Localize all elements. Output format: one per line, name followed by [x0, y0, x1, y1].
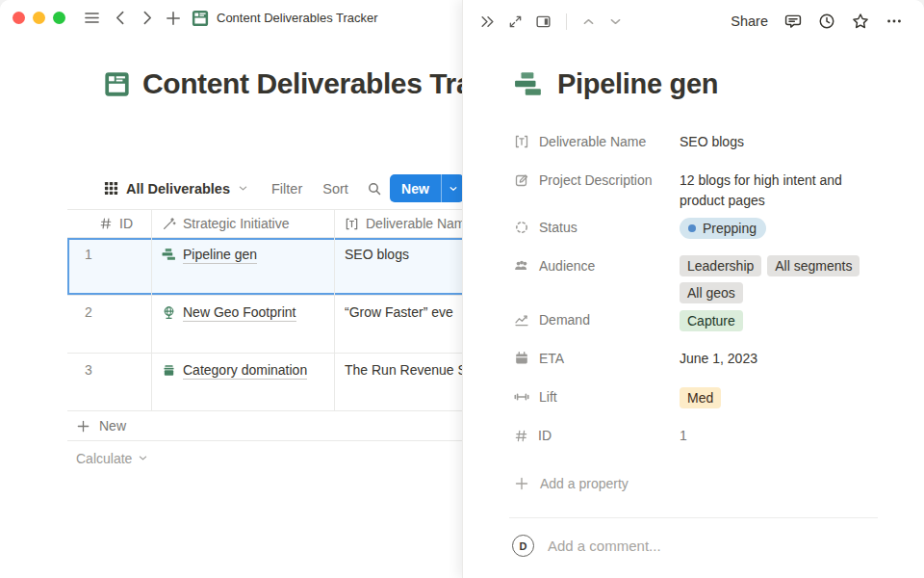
cell-deliverable-name[interactable]: “Grow Faster” eve	[335, 296, 463, 353]
property-name: Status	[539, 220, 578, 235]
page-header: Content Deliverables Tracker	[104, 67, 463, 100]
add-property-button[interactable]: Add a property	[514, 467, 909, 500]
more-options-icon[interactable]	[886, 13, 903, 30]
property-list: Deliverable Name SEO blogs Project Descr…	[514, 131, 909, 500]
add-row-label: New	[99, 418, 126, 434]
tag-pill[interactable]: Leadership	[680, 255, 761, 276]
comment-composer[interactable]: D Add a comment...	[512, 535, 661, 557]
cell-deliverable-name[interactable]: The Run Revenue S	[335, 354, 463, 410]
search-icon[interactable]	[367, 181, 382, 197]
page-peek-panel: Share Pipeline gen	[462, 0, 924, 578]
page-link[interactable]: Category domination	[183, 362, 307, 380]
column-label: Strategic Initiative	[183, 216, 290, 231]
double-chevron-right-icon[interactable]	[479, 13, 496, 30]
tag-pill[interactable]: All segments	[767, 255, 860, 276]
sort-button[interactable]: Sort	[322, 181, 348, 197]
property-name: Audience	[539, 258, 595, 274]
column-header-id[interactable]: ID	[67, 210, 152, 237]
cell-id[interactable]: 3	[67, 354, 152, 410]
property-label[interactable]: Deliverable Name	[514, 131, 680, 152]
table-row[interactable]: 3 Category domination The Run Revenue S	[67, 354, 463, 411]
column-header-deliverable-name[interactable]: Deliverable Name	[335, 210, 463, 237]
side-peek-icon[interactable]	[535, 13, 552, 30]
property-label[interactable]: Demand	[514, 309, 680, 330]
select-pill[interactable]: Capture	[680, 310, 743, 331]
property-value[interactable]: 1	[680, 425, 880, 446]
property-label[interactable]: Status	[514, 217, 680, 238]
database-icon	[192, 10, 209, 27]
chevron-up-icon[interactable]	[581, 14, 596, 29]
property-label[interactable]: Audience	[514, 255, 680, 276]
gantt-chart-icon	[514, 70, 543, 99]
close-window-button[interactable]	[13, 12, 25, 24]
filter-button[interactable]: Filter	[271, 181, 302, 197]
window-title: Content Deliverables Tracker	[217, 11, 378, 25]
star-icon[interactable]	[852, 13, 869, 30]
new-record-button[interactable]: New	[390, 174, 463, 202]
property-value[interactable]: 12 blogs for high intent and product pag…	[680, 170, 880, 211]
calendar-icon	[514, 351, 529, 366]
zoom-window-button[interactable]	[53, 12, 65, 24]
tag-pill[interactable]: All geos	[680, 282, 743, 303]
chart-icon	[514, 312, 529, 328]
table-row[interactable]: 1 Pipeline gen SEO blogs	[67, 238, 463, 296]
cell-id[interactable]: 2	[67, 296, 152, 353]
property-value[interactable]: Capture	[680, 309, 880, 331]
table-row[interactable]: 2 New Geo Footprint “Grow Faster” eve	[67, 296, 463, 354]
view-toolbar: All Deliverables Filter Sort	[104, 174, 414, 202]
sidebar-menu-icon[interactable]	[83, 9, 101, 27]
cell-strategic-initiative[interactable]: New Geo Footprint	[152, 296, 335, 353]
database-icon	[104, 71, 130, 97]
cell-deliverable-name[interactable]: SEO blogs	[335, 238, 463, 295]
comment-divider	[509, 517, 878, 518]
back-icon[interactable]	[113, 10, 129, 26]
page-link[interactable]: Pipeline gen	[183, 247, 257, 264]
property-value[interactable]: Prepping	[680, 217, 880, 239]
property-value[interactable]: June 1, 2023	[680, 348, 880, 369]
page-link[interactable]: New Geo Footprint	[183, 304, 296, 322]
view-name: All Deliverables	[126, 181, 230, 197]
property-value[interactable]: Med	[680, 386, 880, 408]
status-pill[interactable]: Prepping	[680, 218, 766, 239]
new-record-dropdown[interactable]	[442, 184, 463, 194]
chevron-down-icon[interactable]	[608, 14, 623, 29]
property-label[interactable]: ETA	[514, 348, 680, 369]
property-label[interactable]: Lift	[514, 386, 680, 407]
panel-toolbar: Share	[463, 0, 924, 42]
expand-diagonal-icon[interactable]	[508, 14, 523, 29]
property-value[interactable]: Leadership All segments All geos	[680, 255, 880, 303]
property-label[interactable]: ID	[514, 425, 680, 446]
minimize-window-button[interactable]	[33, 12, 45, 24]
cell-strategic-initiative[interactable]: Pipeline gen	[152, 238, 335, 295]
archive-icon	[162, 363, 176, 378]
comment-input[interactable]: Add a comment...	[548, 538, 661, 554]
cell-strategic-initiative[interactable]: Category domination	[152, 354, 335, 410]
property-row-eta: ETA June 1, 2023	[514, 348, 909, 381]
view-selector[interactable]: All Deliverables	[104, 181, 248, 197]
add-row-button[interactable]: New	[67, 411, 463, 441]
property-row-status: Status Prepping	[514, 217, 909, 250]
table-grid-icon	[104, 181, 118, 196]
column-label: ID	[119, 216, 133, 231]
forward-icon[interactable]	[139, 10, 155, 26]
status-icon	[514, 220, 529, 235]
column-header-strategic-initiative[interactable]: Strategic Initiative	[152, 210, 335, 237]
cell-id[interactable]: 1	[67, 238, 152, 295]
table-header-row: ID Strategic Initiative Deliverable Name	[67, 209, 463, 238]
hash-icon	[514, 429, 528, 443]
hash-icon	[99, 217, 113, 230]
page-title[interactable]: Content Deliverables Tracker	[142, 67, 463, 100]
property-row-lift: Lift Med	[514, 386, 909, 419]
property-value[interactable]: SEO blogs	[680, 131, 880, 152]
share-button[interactable]: Share	[731, 13, 768, 29]
new-record-label: New	[390, 181, 441, 197]
panel-page-title[interactable]: Pipeline gen	[557, 68, 718, 100]
select-pill[interactable]: Med	[680, 387, 721, 408]
new-tab-icon[interactable]	[165, 10, 182, 27]
clock-icon[interactable]	[818, 13, 835, 30]
comment-bubble-icon[interactable]	[784, 13, 802, 30]
text-icon	[514, 134, 529, 149]
wand-icon	[162, 217, 176, 231]
calculate-button[interactable]: Calculate	[67, 441, 463, 475]
property-label[interactable]: Project Description	[514, 170, 680, 191]
